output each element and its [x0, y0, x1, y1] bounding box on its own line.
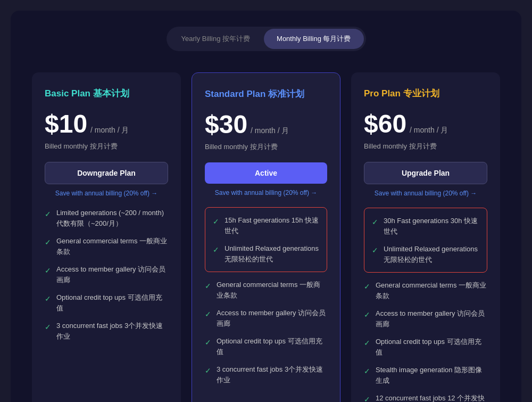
list-item: ✓ Stealth image generation 隐形图像生成 — [364, 365, 487, 385]
list-item: ✓ Unlimited Relaxed generations 无限轻松的世代 — [213, 243, 319, 264]
standard-billed-info: Billed monthly 按月计费 — [205, 142, 327, 152]
billing-toggle: Yearly Billing 按年计费 Monthly Billing 每月计费 — [32, 27, 500, 51]
feature-text: General commercial terms 一般商业条款 — [376, 280, 487, 301]
list-item: ✓ Limited generations (~200 / month) 代数有… — [45, 208, 168, 228]
pro-price-period: / month / 月 — [410, 126, 448, 135]
feature-text: Optional credit top ups 可选信用充值 — [217, 336, 327, 357]
basic-price-amount: $10 — [45, 109, 87, 138]
pro-feature-list: ✓ General commercial terms 一般商业条款 ✓ Acce… — [364, 280, 487, 402]
pro-highlight-features: ✓ 30h Fast generations 30h 快速世代 ✓ Unlimi… — [372, 216, 479, 265]
pro-save-link[interactable]: Save with annual billing (20% off) → — [364, 190, 487, 197]
standard-save-link[interactable]: Save with annual billing (20% off) → — [205, 189, 327, 196]
feature-text: General commercial terms 一般商业条款 — [217, 280, 327, 300]
pro-plan-card: Pro Plan 专业计划 $60 / month / 月 Billed mon… — [351, 72, 500, 402]
upgrade-plan-button[interactable]: Upgrade Plan — [364, 162, 487, 184]
check-icon: ✓ — [45, 322, 51, 333]
basic-plan-title: Basic Plan 基本计划 — [45, 87, 168, 100]
list-item: ✓ Unlimited Relaxed generations 无限轻松的世代 — [372, 244, 479, 265]
check-icon: ✓ — [372, 217, 378, 228]
standard-highlight-box: ✓ 15h Fast generations 15h 快速世代 ✓ Unlimi… — [205, 207, 327, 272]
list-item: ✓ 3 concurrent fast jobs 3个并发快速作业 — [205, 364, 327, 385]
feature-text: Unlimited Relaxed generations 无限轻松的世代 — [384, 244, 479, 265]
yearly-billing-btn[interactable]: Yearly Billing 按年计费 — [169, 29, 263, 49]
check-icon: ✓ — [213, 244, 219, 256]
feature-text: Unlimited Relaxed generations 无限轻松的世代 — [225, 243, 319, 264]
check-icon: ✓ — [372, 245, 378, 256]
check-icon: ✓ — [364, 309, 370, 321]
list-item: ✓ 3 concurrent fast jobs 3个并发快速作业 — [45, 321, 168, 341]
check-icon: ✓ — [45, 237, 51, 248]
feature-text: General commercial terms 一般商业条款 — [56, 236, 168, 257]
list-item: ✓ Optional credit top ups 可选信用充值 — [364, 337, 487, 357]
standard-price-period: / month / 月 — [251, 126, 289, 136]
standard-highlight-features: ✓ 15h Fast generations 15h 快速世代 ✓ Unlimi… — [213, 215, 319, 264]
pro-billed-info: Billed monthly 按月计费 — [364, 142, 487, 151]
standard-plan-title: Standard Plan 标准计划 — [205, 88, 327, 100]
feature-text: Access to member gallery 访问会员画廊 — [376, 308, 487, 329]
feature-text: Access to member gallery 访问会员画廊 — [56, 264, 168, 285]
list-item: ✓ Optional credit top ups 可选信用充值 — [45, 292, 168, 313]
toggle-wrapper: Yearly Billing 按年计费 Monthly Billing 每月计费 — [167, 27, 366, 51]
basic-billed-info: Billed monthly 按月计费 — [45, 142, 168, 151]
pricing-container: Yearly Billing 按年计费 Monthly Billing 每月计费… — [11, 11, 521, 402]
standard-plan-card: Standard Plan 标准计划 $30 / month / 月 Bille… — [192, 72, 340, 402]
list-item: ✓ 15h Fast generations 15h 快速世代 — [213, 215, 319, 236]
feature-text: 30h Fast generations 30h 快速世代 — [384, 216, 479, 236]
check-icon: ✓ — [205, 281, 211, 292]
check-icon: ✓ — [45, 209, 51, 220]
basic-save-link[interactable]: Save with annual billing (20% off) → — [45, 190, 168, 197]
check-icon: ✓ — [364, 281, 370, 292]
list-item: ✓ 30h Fast generations 30h 快速世代 — [372, 216, 479, 236]
standard-price-amount: $30 — [205, 110, 247, 139]
check-icon: ✓ — [45, 293, 51, 305]
check-icon: ✓ — [205, 365, 211, 376]
pro-highlight-box: ✓ 30h Fast generations 30h 快速世代 ✓ Unlimi… — [364, 208, 487, 273]
pro-plan-title: Pro Plan 专业计划 — [364, 87, 487, 100]
list-item: ✓ General commercial terms 一般商业条款 — [205, 280, 327, 300]
basic-plan-price: $10 / month / 月 — [45, 109, 168, 138]
feature-text: Limited generations (~200 / month) 代数有限（… — [56, 208, 168, 228]
feature-text: 15h Fast generations 15h 快速世代 — [225, 215, 319, 236]
check-icon: ✓ — [45, 265, 51, 276]
check-icon: ✓ — [364, 338, 370, 349]
basic-price-period: / month / 月 — [90, 126, 129, 135]
check-icon: ✓ — [213, 216, 219, 227]
list-item: ✓ Access to member gallery 访问会员画廊 — [45, 264, 168, 285]
active-plan-button[interactable]: Active — [205, 162, 327, 184]
feature-text: Optional credit top ups 可选信用充值 — [56, 292, 168, 313]
list-item: ✓ Access to member gallery 访问会员画廊 — [364, 308, 487, 329]
list-item: ✓ General commercial terms 一般商业条款 — [364, 280, 487, 301]
feature-text: 3 concurrent fast jobs 3个并发快速作业 — [56, 321, 168, 341]
basic-plan-card: Basic Plan 基本计划 $10 / month / 月 Billed m… — [32, 72, 181, 402]
basic-feature-list: ✓ Limited generations (~200 / month) 代数有… — [45, 208, 168, 341]
feature-text: 3 concurrent fast jobs 3个并发快速作业 — [217, 364, 327, 385]
feature-text: Optional credit top ups 可选信用充值 — [376, 337, 487, 357]
feature-text: 12 concurrent fast jobs 12 个并发快速作业 — [376, 393, 487, 402]
standard-plan-price: $30 / month / 月 — [205, 110, 327, 139]
check-icon: ✓ — [205, 337, 211, 348]
feature-text: Access to member gallery 访问会员画廊 — [217, 308, 327, 329]
check-icon: ✓ — [364, 394, 370, 402]
monthly-billing-btn[interactable]: Monthly Billing 每月计费 — [264, 29, 363, 49]
list-item: ✓ Optional credit top ups 可选信用充值 — [205, 336, 327, 357]
downgrade-plan-button[interactable]: Downgrade Plan — [45, 162, 168, 184]
list-item: ✓ 12 concurrent fast jobs 12 个并发快速作业 — [364, 393, 487, 402]
check-icon: ✓ — [205, 309, 211, 320]
pro-plan-price: $60 / month / 月 — [364, 109, 487, 138]
list-item: ✓ General commercial terms 一般商业条款 — [45, 236, 168, 257]
plans-grid: Basic Plan 基本计划 $10 / month / 月 Billed m… — [32, 72, 500, 402]
list-item: ✓ Access to member gallery 访问会员画廊 — [205, 308, 327, 329]
standard-feature-list: ✓ General commercial terms 一般商业条款 ✓ Acce… — [205, 280, 327, 385]
pro-price-amount: $60 — [364, 109, 406, 138]
feature-text: Stealth image generation 隐形图像生成 — [376, 365, 487, 385]
check-icon: ✓ — [364, 366, 370, 377]
